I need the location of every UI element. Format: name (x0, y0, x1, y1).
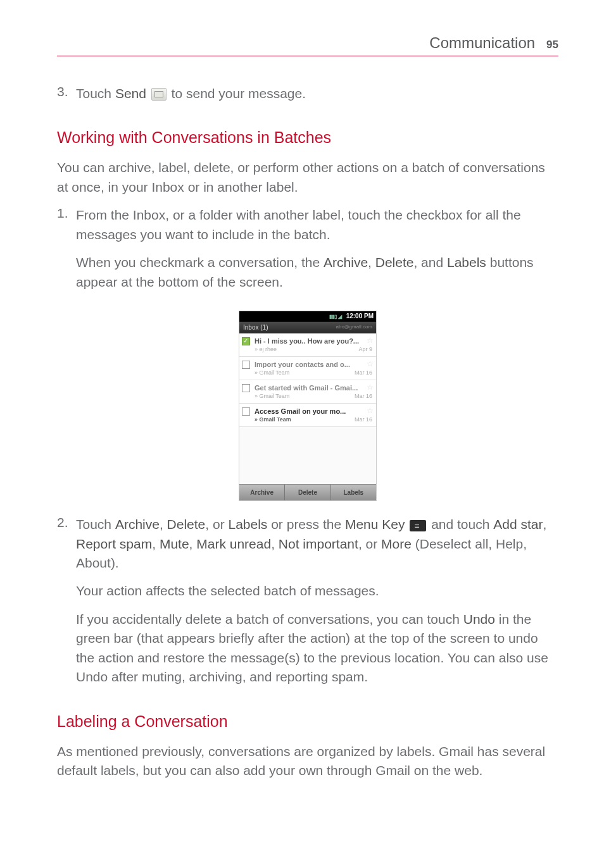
delete-button[interactable]: Delete (285, 485, 330, 500)
delete-label: Delete (167, 517, 206, 531)
header-page-number: 95 (546, 39, 558, 51)
text: , (368, 255, 375, 270)
checkbox-icon[interactable] (242, 384, 250, 392)
inbox-label: Inbox (1) (243, 324, 268, 331)
mail-row[interactable]: ☆ Get started with Gmail - Gmai... » Gma… (239, 380, 376, 404)
text: , (152, 536, 160, 551)
mail-subject: Access Gmail on your mo... (255, 407, 372, 415)
mark-unread-label: Mark unread (196, 536, 271, 551)
text: and touch (427, 517, 493, 531)
labels-button[interactable]: Labels (331, 485, 376, 500)
phone-screen: ▮▮▯ ◢ 12:00 PM Inbox (1) abc@gmail.com ☆… (239, 311, 377, 501)
step-content: Touch Archive, Delete, or Labels or pres… (76, 515, 558, 696)
step-number: 1. (57, 206, 76, 301)
send-label: Send (115, 86, 146, 101)
text: , and (413, 255, 447, 270)
page-header: Communication 95 (57, 34, 558, 56)
text: to send your message. (168, 86, 306, 101)
checkbox-icon[interactable] (242, 407, 250, 416)
star-icon[interactable]: ☆ (367, 383, 374, 392)
paragraph: You can archive, label, delete, or perfo… (57, 158, 558, 197)
mail-row[interactable]: ☆ Import your contacts and o... » Gmail … (239, 357, 376, 380)
labels-label: Labels (447, 255, 486, 270)
delete-label: Delete (375, 255, 414, 270)
text: Touch (76, 517, 115, 531)
bottom-button-bar: Archive Delete Labels (239, 484, 376, 500)
paragraph: If you accidentally delete a batch of co… (76, 610, 558, 687)
add-star-label: Add star (493, 517, 543, 531)
mail-from: » Gmail Team (255, 393, 289, 399)
not-important-label: Not important (279, 536, 358, 551)
mail-row[interactable]: ☆ Access Gmail on your mo... » Gmail Tea… (239, 404, 376, 427)
menu-key-icon (410, 520, 426, 531)
star-icon[interactable]: ☆ (367, 359, 374, 368)
step-2: 2. Touch Archive, Delete, or Labels or p… (57, 515, 558, 696)
heading-labeling: Labeling a Conversation (57, 712, 558, 731)
inbox-header: Inbox (1) abc@gmail.com (239, 321, 376, 333)
paragraph: From the Inbox, or a folder with another… (76, 206, 558, 244)
account-label: abc@gmail.com (336, 324, 372, 331)
paragraph: As mentioned previously, conversations a… (57, 742, 558, 781)
mail-subject: Hi - I miss you.. How are you?... (255, 337, 372, 345)
text: , or (358, 536, 381, 551)
mail-date: Mar 16 (355, 416, 372, 423)
mail-from: » Gmail Team (255, 369, 289, 376)
mail-date: Mar 16 (355, 393, 372, 399)
paragraph: When you checkmark a conversation, the A… (76, 253, 558, 292)
text: Touch (76, 86, 115, 101)
step-number: 3. (57, 84, 76, 112)
text: or press the (267, 517, 345, 531)
step-3: 3. Touch Send to send your message. (57, 84, 558, 112)
text: , or (205, 517, 228, 531)
mail-subject: Get started with Gmail - Gmai... (255, 384, 372, 392)
step-content: Touch Send to send your message. (76, 84, 306, 112)
paragraph: Touch Archive, Delete, or Labels or pres… (76, 515, 558, 573)
mail-date: Mar 16 (355, 369, 372, 376)
step-number: 2. (57, 515, 76, 696)
step-content: From the Inbox, or a folder with another… (76, 206, 558, 301)
paragraph: Your action affects the selected batch o… (76, 581, 558, 600)
checkbox-icon[interactable] (242, 337, 250, 345)
send-icon (151, 88, 167, 101)
archive-label: Archive (324, 255, 368, 270)
report-spam-label: Report spam (76, 536, 152, 551)
undo-label: Undo (463, 612, 495, 626)
star-icon[interactable]: ☆ (367, 336, 374, 345)
mail-date: Apr 9 (358, 346, 372, 352)
header-section: Communication (429, 34, 535, 52)
archive-label: Archive (115, 517, 160, 531)
mail-subject: Import your contacts and o... (255, 361, 372, 368)
heading-batches: Working with Conversations in Batches (57, 128, 558, 147)
text: When you checkmark a conversation, the (76, 255, 324, 270)
mail-row[interactable]: ☆ Hi - I miss you.. How are you?... » ej… (239, 333, 376, 357)
archive-button[interactable]: Archive (239, 485, 285, 500)
status-time: 12:00 PM (346, 313, 374, 319)
text: , (189, 536, 197, 551)
checkbox-icon[interactable] (242, 361, 250, 369)
step-1: 1. From the Inbox, or a folder with anot… (57, 206, 558, 301)
text: , (160, 517, 167, 531)
status-bar: ▮▮▯ ◢ 12:00 PM (239, 311, 376, 321)
labels-label: Labels (228, 517, 267, 531)
mail-from: » Gmail Team (255, 416, 291, 423)
signal-icon: ▮▮▯ ◢ (329, 314, 342, 319)
menu-key-label: Menu Key (345, 517, 405, 531)
text: , (543, 517, 546, 531)
mail-empty-area (239, 427, 376, 484)
text: If you accidentally delete a batch of co… (76, 612, 463, 626)
mail-from: » ej rhee (255, 346, 277, 352)
text: , (271, 536, 279, 551)
phone-screenshot: ▮▮▯ ◢ 12:00 PM Inbox (1) abc@gmail.com ☆… (57, 311, 558, 501)
more-label: More (381, 536, 412, 551)
mute-label: Mute (160, 536, 189, 551)
star-icon[interactable]: ☆ (367, 406, 374, 415)
